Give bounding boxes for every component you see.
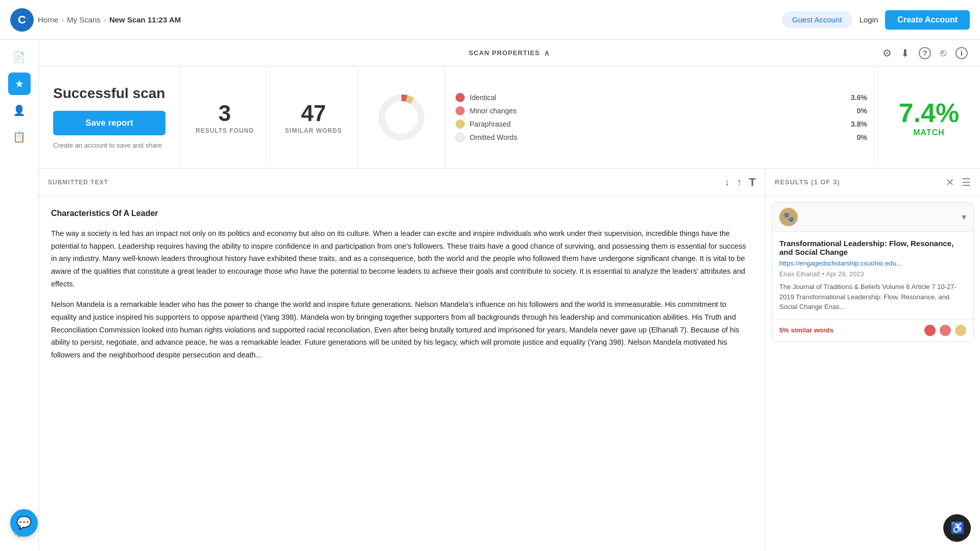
breadcrumb-chevron-1: ›: [61, 15, 64, 24]
results-found-number: 3: [219, 101, 231, 126]
result-left: Successful scan Save report Create an ac…: [39, 66, 180, 168]
share-icon[interactable]: ⎋: [940, 47, 946, 59]
bottom-panes: SUBMITTED TEXT ↓ ↑ T Characteristics Of …: [39, 169, 980, 551]
settings-icon[interactable]: ⚙: [882, 47, 892, 59]
guest-account-button[interactable]: Guest Account: [782, 11, 852, 28]
legend-dot-identical: [456, 93, 465, 102]
similar-words-result-label: 5% similar words: [779, 326, 833, 334]
success-title: Successful scan: [53, 85, 165, 102]
create-account-hint: Create an account to save and share: [53, 141, 165, 149]
scan-props-icons: ⚙ ⬇ ? ⎋ i: [550, 47, 968, 59]
result-dot-minor: [940, 325, 951, 336]
nav-left: C Home › My Scans › New Scan 11:23 AM: [10, 8, 181, 32]
results-pane: RESULTS (1 OF 3) ✕ ☰ 🐾 ▾ Transformationa…: [766, 169, 980, 551]
accessibility-button[interactable]: ♿: [943, 514, 971, 542]
legend-dot-minor: [456, 106, 465, 115]
scan-props-center: SCAN PROPERTIES ∧: [469, 48, 550, 58]
results-pane-tools: ✕ ☰: [946, 176, 971, 188]
breadcrumb-home[interactable]: Home: [38, 15, 58, 24]
text-paragraph-2: Nelson Mandela is a remarkable leader wh…: [51, 298, 753, 361]
svg-point-1: [385, 101, 418, 134]
result-card-header: 🐾 ▾: [772, 203, 973, 232]
main-content: SCAN PROPERTIES ∧ ⚙ ⬇ ? ⎋ i Successful s…: [39, 40, 980, 551]
legend-pct-omitted: 0%: [846, 133, 867, 141]
match-label: MATCH: [913, 128, 945, 137]
filter-results-icon[interactable]: ☰: [962, 176, 971, 188]
legend-omitted: Omitted Words 0%: [456, 133, 867, 142]
results-pane-header: RESULTS (1 OF 3) ✕ ☰: [766, 169, 980, 196]
legend-dot-paraphrased: [456, 119, 465, 129]
result-date: Apr 28, 2023: [826, 270, 864, 278]
scroll-up-icon[interactable]: ↑: [737, 176, 742, 188]
results-count-label: RESULTS (1 OF 3): [775, 178, 840, 186]
submitted-text-pane: SUBMITTED TEXT ↓ ↑ T Characteristics Of …: [39, 169, 766, 551]
legend-label-identical: Identical: [470, 93, 841, 102]
pie-chart-area: [358, 66, 445, 168]
info-icon[interactable]: i: [955, 47, 968, 59]
sidebar-new-doc[interactable]: 📄: [8, 46, 31, 68]
result-card-body: Transformational Leadership: Flow, Reson…: [772, 232, 973, 319]
scan-properties-title: SCAN PROPERTIES: [469, 49, 540, 57]
download-icon[interactable]: ⬇: [901, 47, 910, 59]
sidebar: 📄 ★ 👤 📋 ◁▷: [0, 40, 39, 551]
scroll-down-icon[interactable]: ↓: [725, 176, 730, 188]
sidebar-user[interactable]: 👤: [8, 99, 31, 122]
breadcrumb: Home › My Scans › New Scan 11:23 AM: [38, 15, 181, 24]
scan-properties-chevron[interactable]: ∧: [544, 48, 550, 58]
help-icon[interactable]: ?: [919, 47, 931, 59]
submitted-text-title: SUBMITTED TEXT: [48, 179, 108, 186]
legend-identical: Identical 3.6%: [456, 93, 867, 102]
result-card-footer: 5% similar words: [772, 319, 973, 341]
text-content-title: Characteristics Of A Leader: [51, 206, 753, 220]
breadcrumb-chevron-2: ›: [104, 15, 106, 24]
result-dot-paraphrased: [955, 325, 966, 336]
nav-right: Guest Account Login Create Account: [782, 10, 970, 30]
result-author: Enas Elhanafi: [779, 270, 820, 278]
top-nav: C Home › My Scans › New Scan 11:23 AM Gu…: [0, 0, 980, 40]
result-dot-identical: [924, 325, 936, 336]
result-description: The Journal of Traditions & Beliefs Volu…: [779, 282, 966, 312]
legend-paraphrased: Paraphrased 3.8%: [456, 119, 867, 129]
sidebar-report[interactable]: 📋: [8, 126, 31, 148]
legend-label-minor: Minor changes: [470, 107, 841, 115]
legend-area: Identical 3.6% Minor changes 0% Paraphra…: [445, 66, 878, 168]
similar-words-number: 47: [301, 101, 326, 126]
results-found-stat: 3 RESULTS FOUND: [180, 66, 270, 168]
result-title: Transformational Leadership: Flow, Reson…: [779, 239, 966, 256]
result-avatar: 🐾: [779, 208, 798, 226]
legend-label-paraphrased: Paraphrased: [470, 120, 841, 128]
match-percentage: 7.4%: [899, 98, 960, 128]
legend-label-omitted: Omitted Words: [470, 133, 841, 141]
save-report-button[interactable]: Save report: [53, 111, 165, 135]
legend-pct-minor: 0%: [846, 107, 867, 115]
breadcrumb-scans[interactable]: My Scans: [67, 15, 101, 24]
legend-pct-paraphrased: 3.8%: [846, 120, 867, 128]
legend-pct-identical: 3.6%: [846, 93, 867, 102]
match-area: 7.4% MATCH: [878, 66, 980, 168]
results-found-label: RESULTS FOUND: [196, 127, 254, 134]
submitted-pane-tools: ↓ ↑ T: [725, 176, 756, 189]
result-meta: Enas Elhanafi • Apr 28, 2023: [779, 270, 966, 278]
breadcrumb-current: New Scan 11:23 AM: [109, 15, 181, 24]
chat-button[interactable]: 💬: [10, 509, 38, 537]
legend-minor: Minor changes 0%: [456, 106, 867, 115]
result-card: 🐾 ▾ Transformational Leadership: Flow, R…: [772, 202, 974, 342]
results-section: Successful scan Save report Create an ac…: [39, 66, 980, 169]
legend-dot-omitted: [456, 133, 465, 142]
scan-properties-bar: SCAN PROPERTIES ∧ ⚙ ⬇ ? ⎋ i: [39, 40, 980, 66]
result-url[interactable]: https://engagedscholarship.csuohio.edu..…: [779, 259, 966, 267]
close-results-icon[interactable]: ✕: [946, 176, 954, 188]
similar-words-stat: 47 SIMILAR WORDS: [270, 66, 358, 168]
login-button[interactable]: Login: [859, 15, 878, 24]
logo[interactable]: C: [10, 8, 34, 32]
text-paragraph-1: The way a society is led has an impact n…: [51, 227, 753, 290]
result-card-chevron[interactable]: ▾: [962, 211, 966, 223]
submitted-text-content: Characteristics Of A Leader The way a so…: [39, 196, 765, 551]
font-size-icon[interactable]: T: [749, 176, 756, 189]
result-dots: [924, 325, 966, 336]
submitted-pane-header: SUBMITTED TEXT ↓ ↑ T: [39, 169, 765, 196]
create-account-button[interactable]: Create Account: [885, 10, 970, 30]
sidebar-star[interactable]: ★: [8, 73, 31, 95]
pie-chart: [373, 89, 429, 146]
similar-words-label: SIMILAR WORDS: [285, 127, 342, 134]
